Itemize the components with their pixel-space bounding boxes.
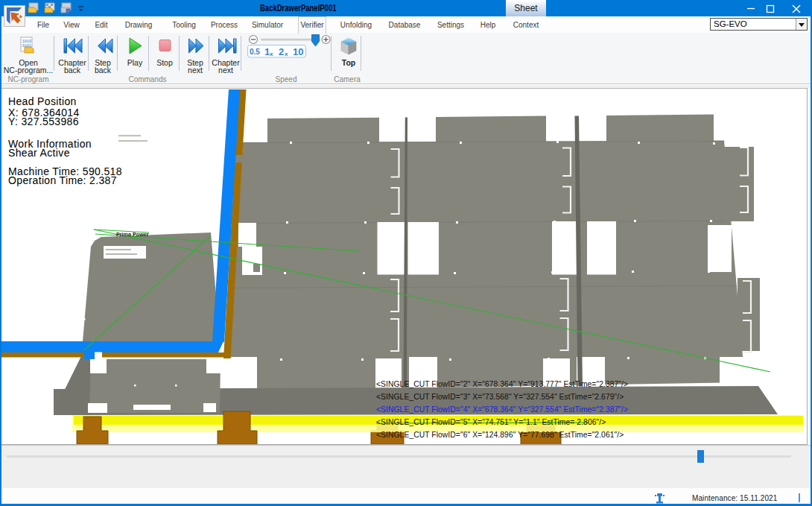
svg-text:<SINGLE_CUT FlowID="2" X="678.: <SINGLE_CUT FlowID="2" X="678.364" Y="91…: [376, 380, 628, 388]
svg-text:Prima Power: Prima Power: [116, 231, 149, 238]
svg-text:<SINGLE_CUT FlowID="6" X="124.: <SINGLE_CUT FlowID="6" X="124.896" Y="77…: [376, 431, 624, 439]
svg-text:Shear Active: Shear Active: [8, 147, 70, 159]
svg-text:Operation Time: 2.387: Operation Time: 2.387: [8, 174, 117, 186]
svg-text:<SINGLE_CUT FlowID="5" X="74.7: <SINGLE_CUT FlowID="5" X="74.751" Y="1.1…: [376, 418, 606, 426]
svg-text:<SINGLE_CUT FlowID="4" X="678.: <SINGLE_CUT FlowID="4" X="678.364" Y="32…: [376, 405, 628, 414]
svg-text:Head Position: Head Position: [8, 95, 77, 107]
svg-text:<SINGLE_CUT FlowID="3" X="73.5: <SINGLE_CUT FlowID="3" X="73.568" Y="327…: [376, 393, 624, 401]
svg-text:Y: 327.553986: Y: 327.553986: [8, 116, 79, 127]
